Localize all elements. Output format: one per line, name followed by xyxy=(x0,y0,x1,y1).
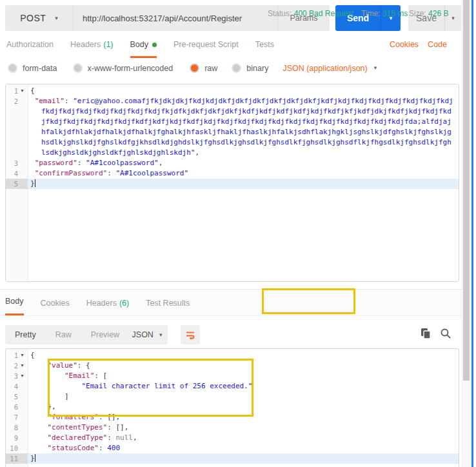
search-response-button[interactable] xyxy=(440,328,451,342)
token-key: "value" xyxy=(48,361,77,370)
time-label: Time: xyxy=(361,9,381,18)
content-type-label: JSON (application/json) xyxy=(283,64,367,73)
token-punc: : xyxy=(64,97,73,105)
response-body-editor[interactable]: 1▾{2▾ "value": {3▾ "Email": [4 "Email ch… xyxy=(5,348,459,467)
gutter-cell: 2 xyxy=(6,96,28,158)
format-label: JSON xyxy=(132,330,154,339)
time-value: 315 ms xyxy=(382,9,408,18)
text-cursor xyxy=(35,179,35,187)
chevron-down-icon: ▾ xyxy=(159,332,163,338)
code-text: } xyxy=(28,179,459,189)
chevron-down-icon: ▾ xyxy=(451,15,455,21)
tab-label: Cookies xyxy=(41,299,70,308)
vertical-scrollbar-thumb[interactable] xyxy=(463,0,470,381)
cookies-link[interactable]: Cookies xyxy=(390,40,419,49)
view-pretty-button[interactable]: Pretty xyxy=(5,325,46,344)
radio-form-data[interactable]: form-data xyxy=(8,63,57,73)
size-value: 426 B xyxy=(428,9,448,18)
radio-label: raw xyxy=(204,64,217,73)
code-line: 5} xyxy=(6,179,459,189)
url-input[interactable] xyxy=(74,14,277,23)
gutter-cell: 3 xyxy=(6,158,28,168)
response-tab-cookies[interactable]: Cookies xyxy=(41,299,70,315)
tab-body[interactable]: Body xyxy=(130,40,157,58)
radio-binary[interactable]: binary xyxy=(232,63,268,73)
token-key: "statusCode" xyxy=(48,444,99,452)
code-line: 4 "Email character limit of 256 exceeded… xyxy=(6,381,459,392)
code-line: 5 ] xyxy=(6,392,459,402)
token-punc xyxy=(30,423,48,432)
status-badge: Status: 400 Bad Request xyxy=(268,9,353,18)
code-line: 8 "contentTypes": [], xyxy=(6,422,459,433)
gutter-cell: 8 xyxy=(6,422,28,433)
wrap-text-button[interactable] xyxy=(181,325,200,344)
code-text: "statusCode": 400 xyxy=(28,443,459,453)
gutter-cell: 7 xyxy=(6,412,28,422)
method-label: POST xyxy=(20,13,46,23)
copy-response-button[interactable] xyxy=(421,328,431,343)
code-text: ] xyxy=(28,392,459,402)
fold-toggle-icon[interactable]: ▾ xyxy=(18,361,26,371)
code-line: 10 "statusCode": 400 xyxy=(6,443,459,453)
line-number: 1 xyxy=(6,86,18,96)
token-num: 400 xyxy=(107,444,120,452)
response-format-select[interactable]: JSON ▾ xyxy=(126,325,168,344)
copy-icon xyxy=(421,328,431,340)
token-punc: }, xyxy=(30,402,56,411)
tab-authorization[interactable]: Authorization xyxy=(6,40,54,56)
response-tab-test-results[interactable]: Test Results xyxy=(146,299,190,315)
headers-count-badge: (1) xyxy=(103,40,113,49)
radio-label: x-www-form-urlencoded xyxy=(88,64,174,73)
chevron-down-icon: ▾ xyxy=(374,65,377,71)
view-raw-button[interactable]: Raw xyxy=(46,325,81,344)
token-punc: : [], xyxy=(107,423,128,432)
window-edge-accent xyxy=(471,0,473,467)
gutter-cell: 3▾ xyxy=(6,371,28,381)
response-view-group: Pretty Raw Preview xyxy=(5,325,129,344)
line-number: 6 xyxy=(6,402,18,412)
code-text: }, xyxy=(28,402,459,412)
code-line: 11} xyxy=(6,453,459,464)
token-key: "contentTypes" xyxy=(48,423,108,432)
response-tab-headers[interactable]: Headers(6) xyxy=(86,299,130,315)
code-text: { xyxy=(28,350,459,361)
line-number: 4 xyxy=(6,168,18,179)
gutter-cell: 5 xyxy=(6,392,28,402)
token-punc: : xyxy=(77,159,86,167)
token-punc: : xyxy=(107,169,115,177)
radio-raw[interactable]: raw xyxy=(190,63,217,73)
code-line: 6 }, xyxy=(6,402,459,412)
content-type-select[interactable]: JSON (application/json) ▾ xyxy=(283,64,377,73)
token-punc: : xyxy=(107,433,115,442)
line-number: 7 xyxy=(6,412,18,422)
token-punc: } xyxy=(30,454,35,462)
token-punc xyxy=(30,169,35,177)
text-cursor xyxy=(35,454,35,462)
tab-label: Headers xyxy=(86,299,117,308)
body-type-selector: form-data x-www-form-urlencoded raw bina… xyxy=(8,63,459,73)
radio-x-www-form-urlencoded[interactable]: x-www-form-urlencoded xyxy=(73,63,174,73)
search-icon xyxy=(440,328,451,339)
token-str: "eric@yahoo.comafjfkjdkjdkjfkdjkdjdkfjdk… xyxy=(41,97,453,157)
tab-tests[interactable]: Tests xyxy=(255,40,274,56)
code-text: "password": "A#1coolpassword", xyxy=(28,158,459,168)
tab-pre-request-script[interactable]: Pre-request Script xyxy=(174,40,239,56)
code-text: { xyxy=(28,86,459,96)
request-body-editor[interactable]: 1▾{2 "email": "eric@yahoo.comafjfkjdkjdk… xyxy=(5,84,459,282)
fold-toggle-icon[interactable]: ▾ xyxy=(18,86,26,96)
token-punc: : [ xyxy=(94,372,107,380)
response-toolbar: Pretty Raw Preview JSON ▾ xyxy=(0,321,462,348)
code-text: "declaredType": null, xyxy=(28,433,459,443)
line-number: 3 xyxy=(6,158,18,168)
view-preview-button[interactable]: Preview xyxy=(81,325,129,344)
token-punc: , xyxy=(133,433,137,442)
fold-toggle-icon[interactable]: ▾ xyxy=(18,371,26,381)
fold-toggle-icon[interactable]: ▾ xyxy=(18,350,26,361)
response-tab-body[interactable]: Body xyxy=(5,297,24,315)
token-punc: { xyxy=(30,86,35,95)
code-link[interactable]: Code xyxy=(428,40,447,49)
line-number: 3 xyxy=(6,371,18,381)
method-select[interactable]: POST ▾ xyxy=(5,5,74,31)
tab-headers[interactable]: Headers(1) xyxy=(70,40,114,56)
postman-window: POST ▾ Params Send ▾ Save ▾ Authorizatio… xyxy=(0,0,476,467)
